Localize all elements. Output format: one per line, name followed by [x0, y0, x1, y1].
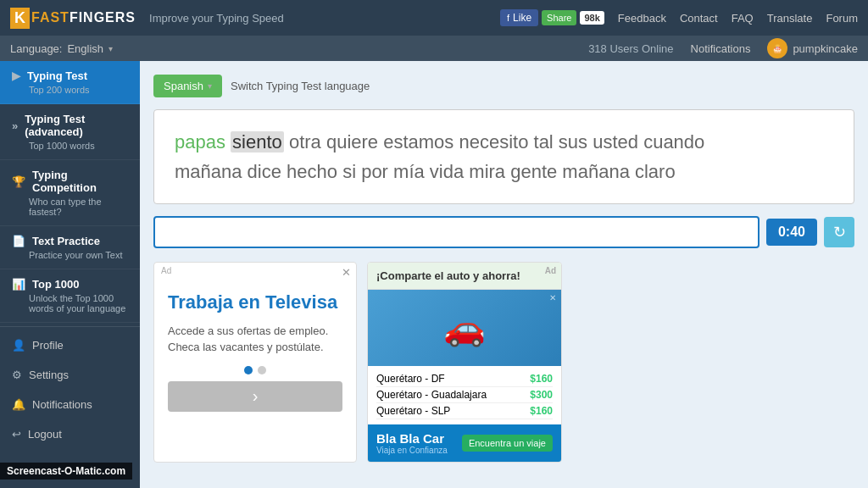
switch-lang-text: Switch Typing Test language [231, 80, 370, 92]
lang-switcher: Spanish ▾ Switch Typing Test language [153, 75, 854, 97]
sidebar-item-profile[interactable]: 👤 Profile [0, 330, 140, 360]
top-bar: K FASTFINGERS Improve your Typing Speed … [0, 0, 868, 36]
lang-button-label: Spanish [164, 80, 203, 92]
sidebar-item-notifications[interactable]: 🔔 Notifications [0, 390, 140, 419]
main-layout: ▶ Typing Test Top 200 words » Typing Tes… [0, 61, 868, 488]
sidebar-typing-test-label: Typing Test [27, 69, 87, 82]
screencast-watermark: Screencast-O-Matic.com [0, 463, 132, 480]
route-1: Querétaro - DF [376, 373, 445, 385]
sidebar-settings-label: Settings [29, 369, 69, 381]
car-icon: 🚗 [443, 308, 486, 348]
blacar-sub-text: Viaja en Confianza [376, 446, 448, 455]
typing-text: papas siento otra quiere estamos necesit… [175, 127, 833, 186]
ad-label-right: Ad [545, 266, 556, 275]
faq-link[interactable]: FAQ [732, 12, 754, 25]
fb-like-button[interactable]: f Like [500, 9, 538, 26]
input-row: 0:40 ↻ [153, 216, 854, 248]
sidebar-item-typing-comp[interactable]: 🏆 Typing Competition Who can type the fa… [0, 160, 140, 226]
sidebar-item-logout[interactable]: ↩ Logout [0, 419, 140, 449]
ad-dots [168, 366, 342, 374]
price-row-3: Querétaro - SLP $160 [376, 403, 553, 419]
logo-k: K [10, 8, 30, 29]
reset-button[interactable]: ↻ [824, 217, 854, 247]
sidebar-item-top1000[interactable]: 📊 Top 1000 Unlock the Top 1000 words of … [0, 269, 140, 323]
ads-row: Ad ✕ Trabaja en Televisa Accede a sus of… [153, 262, 854, 463]
sidebar-item-text-practice[interactable]: 📄 Text Practice Practice your own Text [0, 226, 140, 269]
play-icon: ▶ [12, 69, 20, 82]
sidebar-item-settings[interactable]: ⚙ Settings [0, 360, 140, 390]
sidebar-typing-test-adv-label: Typing Test (advanced) [25, 113, 128, 138]
blacar-cta-button[interactable]: Encuentra un viaje [462, 435, 553, 452]
logout-icon: ↩ [12, 428, 21, 441]
ad-body: Accede a sus ofertas de empleo. Checa la… [168, 323, 342, 356]
lang-chevron-icon: ▾ [208, 81, 212, 91]
dot-1[interactable] [244, 366, 253, 374]
blacar-brand-name: Bla Bla Car [376, 431, 448, 446]
second-bar-right: 318 Users Online Notifications 🎂 pumpkin… [588, 38, 858, 58]
sidebar-typing-comp-sub: Who can type the fastest? [12, 197, 128, 217]
chart-icon: 📊 [12, 278, 25, 291]
blacar-brand-section: Bla Bla Car Viaja en Confianza [376, 431, 448, 455]
price-row-1: Querétaro - DF $160 [376, 371, 553, 387]
trophy-icon: 🏆 [12, 175, 25, 188]
word-current: siento [231, 131, 284, 152]
logo-text: FASTFINGERS [31, 10, 136, 25]
gear-icon: ⚙ [12, 369, 22, 381]
lang-button[interactable]: Spanish ▾ [153, 75, 222, 97]
sidebar-top1000-label: Top 1000 [32, 278, 79, 291]
ad-right: ¡Comparte el auto y ahorra! Ad 🚗 ✕ Queré… [367, 262, 562, 463]
price-2: $300 [530, 389, 553, 401]
sidebar-top1000-sub: Unlock the Top 1000 words of your langua… [12, 293, 128, 313]
language-selector[interactable]: Language: English ▾ [10, 42, 113, 55]
word-done: papas [175, 131, 225, 152]
share-button[interactable]: Share [542, 10, 576, 25]
price-3: $160 [530, 405, 553, 417]
top-nav-right: f Like Share 98k Feedback Contact FAQ Tr… [500, 9, 858, 26]
sidebar: ▶ Typing Test Top 200 words » Typing Tes… [0, 61, 140, 488]
share-count: 98k [580, 11, 604, 25]
users-online: 318 Users Online [588, 42, 673, 55]
ad-right-header: ¡Comparte el auto y ahorra! Ad [368, 263, 561, 290]
username: pumpkincake [793, 42, 858, 55]
ad-label-left: Ad [161, 266, 171, 275]
ad-close-left[interactable]: ✕ [342, 266, 351, 279]
word-pending-2: mañana dice hecho si por mía vida mira g… [175, 161, 676, 182]
sidebar-item-typing-test[interactable]: ▶ Typing Test Top 200 words [0, 61, 140, 104]
sidebar-text-practice-label: Text Practice [32, 235, 100, 247]
word-pending-1: otra quiere estamos necesito tal sus ust… [289, 131, 704, 152]
typing-input[interactable] [153, 216, 760, 248]
sidebar-logout-label: Logout [28, 428, 62, 441]
logo-fast: FAST [31, 10, 70, 25]
typing-box: papas siento otra quiere estamos necesit… [153, 109, 854, 204]
doc-icon: 📄 [12, 235, 25, 247]
user-section: 🎂 pumpkincake [767, 38, 858, 58]
ad-right-header-text: ¡Comparte el auto y ahorra! [376, 269, 520, 282]
sidebar-divider [0, 326, 140, 327]
route-2: Querétaro - Guadalajara [376, 389, 487, 401]
second-bar: Language: English ▾ 318 Users Online Not… [0, 36, 868, 61]
chevron-down-icon: ▾ [108, 44, 113, 53]
timer-badge: 0:40 [766, 219, 817, 246]
price-1: $160 [530, 373, 553, 385]
notifications-link[interactable]: Notifications [691, 42, 751, 55]
bell-icon: 🔔 [12, 398, 25, 411]
ad-next-button[interactable]: › [168, 381, 342, 412]
language-value: English [67, 42, 103, 55]
forum-link[interactable]: Forum [826, 12, 858, 25]
double-arrow-icon: » [12, 119, 18, 132]
translate-link[interactable]: Translate [767, 12, 813, 25]
content: Spanish ▾ Switch Typing Test language pa… [140, 61, 868, 488]
feedback-link[interactable]: Feedback [618, 12, 666, 25]
route-3: Querétaro - SLP [376, 405, 450, 417]
contact-link[interactable]: Contact [680, 12, 718, 25]
sidebar-typing-comp-label: Typing Competition [32, 169, 128, 194]
sidebar-text-practice-sub: Practice your own Text [12, 250, 128, 260]
price-rows: Querétaro - DF $160 Querétaro - Guadalaj… [368, 366, 561, 424]
dot-2[interactable] [258, 366, 266, 374]
avatar: 🎂 [767, 38, 787, 58]
ad-title: Trabaja en Televisa [168, 291, 342, 313]
sidebar-item-typing-test-adv[interactable]: » Typing Test (advanced) Top 1000 words [0, 104, 140, 160]
logo-fingers: FINGERS [70, 10, 136, 25]
person-icon: 👤 [12, 339, 25, 352]
sidebar-notifications-label: Notifications [32, 398, 92, 411]
